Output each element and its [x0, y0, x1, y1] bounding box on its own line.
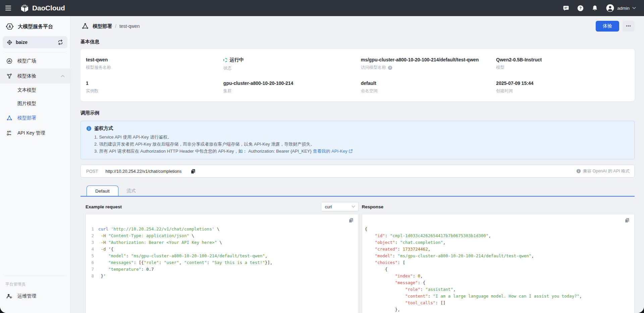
basic-info-card: test-qwen模型服务名称运行中状态ms/gpu-cluster-a800-… — [80, 49, 635, 101]
request-code-line: 2 -H "Content-Type: application/json" \ — [86, 232, 358, 239]
tab-default[interactable]: Default — [87, 186, 118, 196]
main-area: 模型部署 / test-qwen 体验 ••• 基本信息 test-qwen模型… — [70, 16, 644, 313]
sidebar-item-label: 模型体验 — [17, 73, 36, 79]
openai-compat-note: 兼容 OpenAI 的 API 格式 — [576, 168, 630, 174]
top-navbar: DaoCloud ? admin — [0, 0, 644, 16]
sidebar-nav: 模型广场模型体验文本模型图片模型模型部署APIAPI Key 管理 — [0, 53, 70, 141]
page-content: 基本信息 test-qwen模型服务名称运行中状态ms/gpu-cluster-… — [70, 36, 644, 313]
field-label: 集群 — [223, 88, 361, 94]
username-label: admin — [617, 6, 630, 11]
sidebar-item-api-key[interactable]: APIAPI Key 管理 — [0, 125, 70, 141]
avatar — [606, 4, 614, 12]
model-square-icon — [6, 58, 13, 64]
info-field-6: default命名空间 — [361, 81, 496, 94]
request-label: Example request — [86, 204, 122, 209]
sidebar-item-label: API Key 管理 — [17, 130, 45, 136]
request-code-line: 8 }' — [86, 273, 358, 279]
auth-line-1: 1. Service API 使用 API-Key 进行鉴权。 — [94, 134, 629, 141]
workspace-gem-icon — [7, 40, 12, 45]
auth-line-3: 3. 所有 API 请求都应在 Authorization HTTP Heade… — [94, 148, 629, 155]
request-code-line: 6 "messages": [{"role": "user", "content… — [86, 259, 358, 266]
line-number: 4 — [86, 246, 94, 253]
menu-toggle-icon[interactable] — [0, 0, 15, 16]
response-code-line: "model": "ms/gpu-cluster-a800-10-20-100-… — [365, 253, 635, 259]
user-menu[interactable]: admin — [606, 4, 636, 12]
view-api-key-link[interactable]: 查看我的 API-Key — [313, 149, 353, 154]
sidebar-item-model-square[interactable]: 模型广场 — [0, 53, 70, 68]
platform-icon: A — [5, 22, 14, 31]
request-code-line: 7 "temperature": 0.7 — [86, 266, 358, 273]
external-link-icon — [348, 149, 353, 153]
field-value: 2025-07-09 15:44 — [496, 81, 629, 86]
response-code-panel: { "id": "cmpl-1d033c4262654417b7b0675303… — [362, 214, 635, 313]
sidebar-subitem-text-model[interactable]: 文本模型 — [0, 84, 70, 97]
line-number: 3 — [86, 239, 94, 246]
openai-compat-text: 兼容 OpenAI 的 API 格式 — [583, 168, 630, 174]
workspace-switch-icon[interactable] — [57, 39, 63, 45]
response-code-line: }, — [365, 306, 635, 313]
language-value: curl — [325, 204, 332, 209]
messages-icon[interactable] — [562, 5, 570, 12]
breadcrumb-current: test-qwen — [119, 23, 140, 29]
help-circle-icon[interactable]: ? — [388, 65, 392, 70]
field-label: 模型 — [496, 65, 629, 70]
daocloud-logo-icon — [20, 4, 29, 13]
line-number: 2 — [86, 232, 94, 239]
sidebar-item-model-deploy[interactable]: 模型部署 — [0, 110, 70, 125]
response-code-line: { — [365, 266, 635, 273]
tab-stream[interactable]: 流式 — [118, 186, 144, 196]
request-code-line: 3 -H "Authorization: Bearer <Your API Ke… — [86, 239, 358, 246]
role-label: 平台管理员 — [0, 276, 70, 289]
workspace-selector[interactable]: baize — [3, 36, 67, 48]
request-mode-tabs: Default流式 — [80, 186, 635, 197]
field-label: 状态 — [223, 65, 361, 71]
svg-text:?: ? — [389, 66, 391, 69]
sidebar-item-label: 模型广场 — [17, 58, 36, 64]
request-code-line: 1curl 'http://10.20.254.22/v1/chat/compl… — [86, 226, 358, 232]
info-field-5: gpu-cluster-a800-10-20-100-214集群 — [223, 81, 361, 94]
response-code-line: "content": "I am a large language model.… — [365, 293, 635, 300]
model-deploy-icon — [81, 22, 89, 30]
copy-response-icon[interactable] — [624, 217, 630, 223]
language-select[interactable]: curl — [321, 202, 359, 211]
workspace-name: baize — [16, 40, 28, 45]
response-code-line: "message": { — [365, 279, 635, 286]
sidebar: A 大模型服务平台 baize 模型广场模型体验文本模型图片模型模型部署APIA… — [0, 16, 70, 313]
response-code-line: "index": 0, — [365, 273, 635, 279]
copy-request-icon[interactable] — [348, 217, 354, 223]
line-number: 1 — [86, 226, 94, 232]
response-code-line: "role": "assistant", — [365, 286, 635, 293]
copy-url-icon[interactable] — [190, 168, 196, 174]
auth-line-2: 2. 强烈建议开发者把 API-Key 放在后端存储，而非分享或者放在客户端存储… — [94, 141, 629, 148]
daocloud-logo[interactable]: DaoCloud — [20, 4, 65, 13]
sidebar-item-ops-management[interactable]: 运维管理 — [0, 289, 70, 304]
experience-button[interactable]: 体验 — [596, 21, 619, 32]
request-code-panel: 1curl 'http://10.20.254.22/v1/chat/compl… — [86, 214, 359, 313]
sidebar-subitem-image-model[interactable]: 图片模型 — [0, 97, 70, 110]
topnav-right: ? admin — [562, 4, 644, 12]
field-label: 创建时间 — [496, 88, 629, 94]
breadcrumb-separator: / — [115, 23, 116, 29]
endpoint-bar: POST http://10.20.254.22/v1/chat/complet… — [80, 165, 635, 177]
response-code-line: "choices": [ — [365, 259, 635, 266]
svg-text:A: A — [8, 24, 11, 29]
field-value: Qwen2-0.5B-Instruct — [496, 57, 629, 62]
sidebar-divider — [5, 52, 65, 53]
model-deploy-icon — [6, 115, 13, 121]
breadcrumb-section-link[interactable]: 模型部署 — [93, 23, 112, 30]
sidebar-item-model-experience[interactable]: 模型体验 — [0, 68, 70, 84]
svg-text:API: API — [7, 130, 11, 133]
request-header: Example request curl — [86, 202, 359, 211]
field-value: test-qwen — [86, 57, 223, 62]
response-code-line: "id": "cmpl-1d033c4262654417b7b0675303b1… — [365, 232, 635, 239]
help-icon[interactable]: ? — [577, 5, 584, 12]
http-method: POST — [86, 169, 98, 174]
response-code-line: "created": 1733724462, — [365, 246, 635, 253]
field-label: 命名空间 — [361, 88, 496, 94]
field-value: default — [361, 81, 496, 86]
more-actions-button[interactable]: ••• — [623, 21, 635, 32]
request-code-line: 5 "model": "ms/gpu-cluster-a800-10-20-10… — [86, 253, 358, 259]
notifications-bell-icon[interactable] — [591, 5, 598, 12]
info-field-7: 2025-07-09 15:44创建时间 — [496, 81, 629, 94]
api-key-icon: API — [6, 130, 13, 137]
